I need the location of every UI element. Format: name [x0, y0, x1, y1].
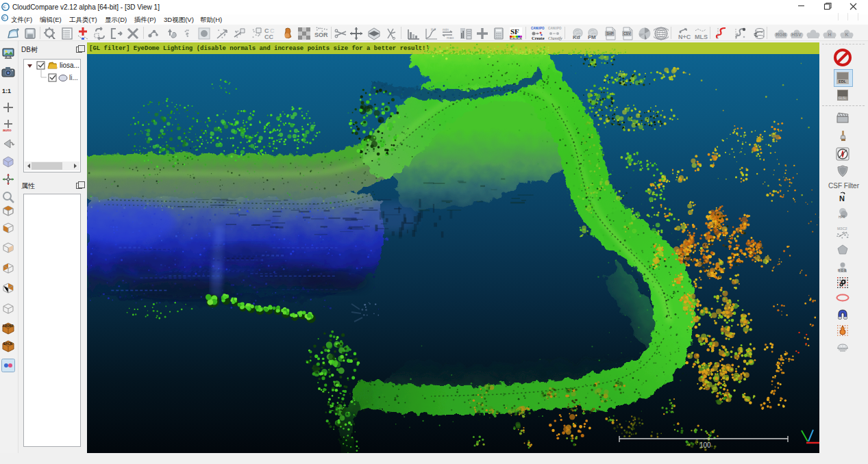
svg-text:GLSL: GLSL	[839, 96, 847, 100]
svg-text:SOR: SOR	[314, 31, 328, 38]
svg-text:C: C	[3, 16, 5, 20]
svg-text:SF: SF	[510, 27, 519, 36]
svg-text:N: N	[839, 194, 845, 203]
svg-text:Create: Create	[532, 36, 545, 40]
svg-text:N+C: N+C	[678, 34, 691, 40]
svg-text:CANUPO: CANUPO	[531, 27, 545, 30]
svg-text:FM: FM	[588, 34, 596, 40]
svg-text:Classify: Classify	[548, 36, 562, 40]
svg-text:μ,σ: μ,σ	[431, 27, 436, 31]
svg-text:Kd: Kd	[573, 34, 580, 40]
svg-text:RGB: RGB	[776, 32, 786, 37]
svg-text:liosa...: liosa...	[60, 62, 79, 69]
svg-text:BACK: BACK	[3, 342, 13, 346]
svg-text:1:1: 1:1	[2, 88, 11, 94]
svg-text:CC: CC	[264, 34, 273, 40]
svg-text:CANUPO: CANUPO	[548, 27, 562, 30]
svg-text:EDL: EDL	[839, 79, 847, 83]
svg-text:H: H	[828, 32, 831, 37]
svg-text:100: 100	[699, 441, 711, 449]
svg-text:max: max	[447, 36, 454, 40]
svg-text:min: min	[443, 27, 449, 31]
svg-text:SHP: SHP	[606, 31, 614, 36]
svg-text:FRONT: FRONT	[3, 324, 14, 328]
svg-text:MLS: MLS	[695, 34, 708, 40]
svg-text:R G B: R G B	[838, 269, 847, 272]
svg-text:K: K	[845, 32, 848, 37]
svg-text:auto: auto	[3, 128, 12, 132]
svg-text:HSV: HSV	[791, 32, 802, 37]
svg-text:CSV: CSV	[623, 31, 631, 36]
svg-text:M3C2: M3C2	[837, 227, 847, 231]
svg-text:HPR: HPR	[839, 216, 845, 219]
svg-text:C: C	[3, 4, 6, 9]
svg-text:li...: li...	[69, 74, 78, 81]
